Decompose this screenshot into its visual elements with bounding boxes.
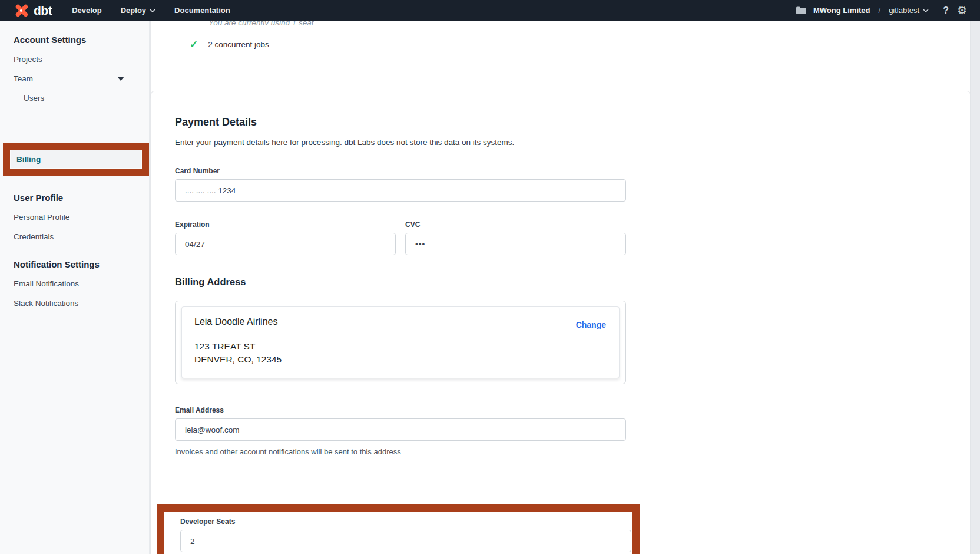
project-name: gitlabtest	[889, 6, 919, 15]
nav-deploy[interactable]: Deploy	[121, 6, 155, 15]
sidebar-item-projects[interactable]: Projects	[0, 50, 149, 69]
address-line-2: DENVER, CO, 12345	[194, 353, 607, 366]
nav-develop[interactable]: Develop	[72, 6, 102, 15]
brand-name: dbt	[34, 4, 52, 18]
cvc-label: CVC	[405, 220, 626, 229]
email-helper-text: Invoices and other account notifications…	[175, 447, 970, 456]
address-line-1: 123 TREAT ST	[194, 340, 607, 353]
sidebar-item-slack-notifications[interactable]: Slack Notifications	[0, 294, 149, 313]
sidebar-item-billing[interactable]: Billing	[10, 150, 142, 169]
sidebar-item-email-notifications[interactable]: Email Notifications	[0, 274, 149, 294]
developer-seats-input[interactable]	[180, 530, 631, 552]
expiration-label: Expiration	[175, 220, 396, 229]
dbt-brand[interactable]: dbt	[14, 3, 52, 18]
project-switcher[interactable]: gitlabtest	[889, 6, 929, 15]
expiration-input[interactable]	[175, 233, 396, 255]
main-content: You are currently using 1 seat ✓ 2 concu…	[150, 21, 980, 554]
email-address-label: Email Address	[175, 406, 970, 414]
sidebar-item-credentials[interactable]: Credentials	[0, 227, 149, 246]
sidebar-item-users[interactable]: Users	[0, 88, 149, 108]
dbt-logo-icon	[14, 3, 29, 18]
annotation-highlight-developer-seats: Developer Seats	[157, 504, 640, 554]
top-navbar: dbt Develop Deploy Documentation MWong L…	[0, 0, 980, 21]
nav-deploy-label: Deploy	[121, 6, 146, 15]
settings-sidebar: Account Settings Projects Team Users Bil…	[0, 21, 150, 554]
annotation-highlight-billing: Billing	[3, 143, 149, 176]
payment-details-description: Enter your payment details here for proc…	[175, 138, 970, 147]
cvc-input[interactable]	[405, 233, 626, 255]
check-icon: ✓	[190, 38, 198, 51]
payment-details-card: Payment Details Enter your payment detai…	[151, 91, 971, 554]
account-name[interactable]: MWong Limited	[813, 6, 870, 15]
sidebar-item-personal-profile[interactable]: Personal Profile	[0, 207, 149, 227]
concurrent-jobs-text: 2 concurrent jobs	[208, 40, 269, 49]
folder-icon	[796, 6, 806, 14]
sidebar-item-team-label: Team	[14, 74, 33, 83]
chevron-down-icon	[923, 9, 929, 12]
chevron-down-icon	[150, 9, 155, 12]
breadcrumb-separator: /	[879, 6, 881, 15]
caret-down-icon	[117, 77, 124, 81]
section-heading-notification-settings: Notification Settings	[0, 259, 149, 269]
help-icon[interactable]: ?	[943, 5, 949, 16]
payment-details-title: Payment Details	[175, 116, 970, 128]
nav-documentation[interactable]: Documentation	[174, 6, 230, 15]
card-number-input[interactable]	[175, 179, 626, 202]
developer-seats-label: Developer Seats	[180, 517, 632, 526]
sidebar-item-team[interactable]: Team	[0, 69, 149, 88]
billing-street-address: 123 TREAT ST DENVER, CO, 12345	[194, 340, 607, 366]
billing-address-box: Leia Doodle Airlines Change 123 TREAT ST…	[175, 301, 626, 384]
change-address-link[interactable]: Change	[576, 320, 606, 329]
section-heading-account-settings: Account Settings	[0, 35, 149, 45]
plan-usage-card: You are currently using 1 seat ✓ 2 concu…	[151, 17, 971, 100]
card-number-label: Card Number	[175, 167, 970, 175]
billing-address-title: Billing Address	[175, 276, 970, 288]
billing-company-name: Leia Doodle Airlines	[194, 316, 607, 327]
billing-address-display: Leia Doodle Airlines Change 123 TREAT ST…	[181, 306, 620, 378]
section-heading-user-profile: User Profile	[0, 193, 149, 203]
gear-icon[interactable]: ⚙	[957, 5, 967, 16]
plan-feature-row: ✓ 2 concurrent jobs	[190, 38, 970, 51]
email-address-input[interactable]	[175, 418, 626, 441]
